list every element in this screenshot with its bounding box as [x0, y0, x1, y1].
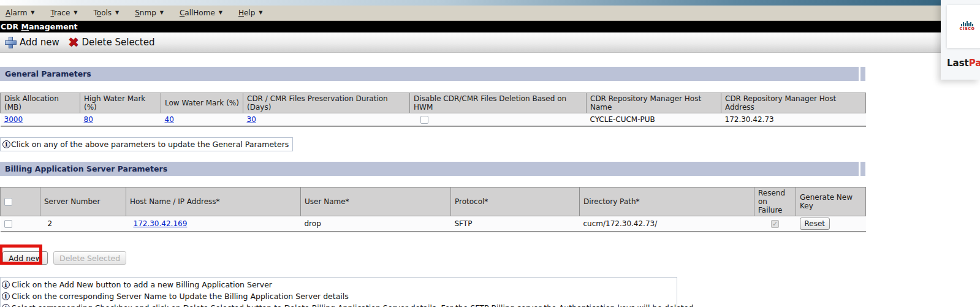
- billing-table-header-row: Server Number Host Name / IP Address* Us…: [1, 187, 866, 216]
- note-text: Click on the Add New button to add a new…: [12, 279, 272, 290]
- menu-help-label: Help: [238, 9, 255, 17]
- general-info-text: Click on any of the above parameters to …: [11, 140, 289, 149]
- high-water-mark-link[interactable]: 80: [84, 115, 93, 124]
- repo-host-address-value: 172.30.42.73: [721, 113, 866, 126]
- toolbar: Add new ✖ Delete Selected: [0, 32, 980, 53]
- col-generate-new-key: Generate New Key: [796, 187, 866, 216]
- content-area: General Parameters Disk Allocation (MB) …: [0, 67, 980, 307]
- chevron-down-icon: ▼: [115, 10, 119, 15]
- select-all-checkbox[interactable]: [4, 198, 12, 206]
- col-disk-allocation: Disk Allocation (MB): [1, 93, 80, 113]
- menu-bar: Alarm ▼ Trace ▼ Tools ▼ Snmp ▼ CallHome …: [0, 6, 980, 21]
- col-directory-path: Directory Path*: [580, 187, 754, 216]
- info-icon: i: [2, 304, 10, 307]
- toolbar-add-new-label: Add new: [20, 37, 59, 48]
- toolbar-add-new-button[interactable]: Add new: [5, 37, 59, 48]
- col-select-all: [1, 187, 40, 216]
- resend-on-failure-checkbox: ✓: [771, 220, 779, 228]
- menu-tools[interactable]: Tools ▼: [94, 9, 120, 17]
- note-add-new: i Click on the Add New button to add a n…: [2, 279, 674, 290]
- lastpass-brand-right: Pass: [969, 58, 980, 69]
- menu-tools-label: Tools: [94, 9, 112, 17]
- menu-callhome[interactable]: CallHome ▼: [180, 9, 222, 17]
- info-icon: i: [2, 292, 10, 300]
- menu-trace-label: Trace: [50, 9, 70, 17]
- page-title-bar: CDR Management: [0, 21, 980, 32]
- info-icon: i: [2, 140, 10, 148]
- menu-help[interactable]: Help ▼: [238, 9, 263, 17]
- col-user-name: User Name*: [301, 187, 451, 216]
- add-new-button[interactable]: Add new: [2, 251, 48, 265]
- toolbar-delete-selected-button[interactable]: ✖ Delete Selected: [68, 37, 155, 48]
- billing-table-row: 2 172.30.42.169 drop SFTP cucm/172.30.42…: [1, 216, 866, 232]
- menu-alarm-label: Alarm: [6, 9, 27, 17]
- window-title-gradient-strip: [0, 0, 980, 6]
- low-water-mark-link[interactable]: 40: [165, 115, 174, 124]
- disable-deletion-checkbox[interactable]: [420, 116, 428, 124]
- billing-section-header: Billing Application Server Parameters: [0, 162, 865, 176]
- billing-section-title: Billing Application Server Parameters: [0, 162, 859, 176]
- col-disable-deletion: Disable CDR/CMR Files Deletion Based on …: [410, 93, 587, 113]
- reset-button[interactable]: Reset: [800, 218, 830, 230]
- col-repo-host-name: CDR Repository Manager Host Name: [587, 93, 721, 113]
- cisco-logo-icon: cisco: [958, 21, 976, 31]
- site-icon-card: cisco: [947, 5, 980, 48]
- chevron-down-icon: ▼: [219, 10, 222, 15]
- menu-alarm[interactable]: Alarm ▼: [6, 9, 34, 17]
- col-repo-host-address: CDR Repository Manager Host Address: [721, 93, 866, 113]
- note-delete-selected: i Select corresponding Checkbox and clic…: [2, 302, 674, 307]
- general-parameters-title: General Parameters: [0, 67, 859, 81]
- cisco-wordmark: cisco: [958, 26, 976, 31]
- toolbar-delete-selected-label: Delete Selected: [82, 37, 154, 48]
- billing-buttons-row: Add new Delete Selected: [0, 248, 980, 268]
- col-host-name-ip: Host Name / IP Address*: [126, 187, 301, 216]
- general-table-row: 3000 80 40 30 CYCLE-CUCM-PUB 172.30.42.7…: [1, 113, 866, 126]
- chevron-down-icon: ▼: [74, 10, 77, 15]
- menu-trace[interactable]: Trace ▼: [50, 9, 77, 17]
- general-parameters-table: Disk Allocation (MB) High Water Mark (%)…: [0, 93, 866, 127]
- note-server-name: i Click on the corresponding Server Name…: [2, 290, 674, 302]
- server-host-link[interactable]: 172.30.42.169: [134, 219, 188, 228]
- col-low-water-mark: Low Water Mark (%): [161, 93, 243, 113]
- server-number-value: 2: [40, 216, 126, 232]
- menu-snmp[interactable]: Snmp ▼: [135, 9, 164, 17]
- note-text: Click on the corresponding Server Name t…: [12, 290, 349, 302]
- info-icon: i: [2, 281, 10, 289]
- general-info-box: i Click on any of the above parameters t…: [0, 137, 293, 151]
- billing-table: Server Number Host Name / IP Address* Us…: [0, 187, 866, 232]
- repo-host-name-value: CYCLE-CUCM-PUB: [587, 113, 721, 126]
- chevron-down-icon: ▼: [259, 10, 262, 15]
- lastpass-brand: LastPass: [947, 58, 980, 69]
- lastpass-popup-panel: cisco LastPass: [941, 0, 980, 80]
- protocol-value: SFTP: [451, 216, 580, 232]
- col-preservation-duration: CDR / CMR Files Preservation Duration (D…: [243, 93, 410, 113]
- lastpass-brand-left: Last: [947, 58, 969, 69]
- note-text: Select corresponding Checkbox and click …: [12, 302, 696, 307]
- section-bar-end-cap: [860, 67, 865, 81]
- plus-icon: [5, 37, 17, 48]
- chevron-down-icon: ▼: [31, 10, 34, 15]
- general-parameters-section-header: General Parameters: [0, 67, 865, 81]
- general-table-header-row: Disk Allocation (MB) High Water Mark (%)…: [1, 93, 866, 113]
- menu-snmp-label: Snmp: [135, 9, 156, 17]
- col-resend-on-failure: Resend on Failure: [754, 187, 796, 216]
- billing-notes-box: i Click on the Add New button to add a n…: [0, 277, 677, 307]
- row-select-checkbox[interactable]: [4, 220, 12, 228]
- delete-selected-button[interactable]: Delete Selected: [53, 251, 126, 265]
- section-bar-end-cap: [860, 162, 865, 176]
- chevron-down-icon: ▼: [160, 10, 164, 15]
- col-protocol: Protocol*: [451, 187, 580, 216]
- delete-x-icon: ✖: [68, 37, 79, 48]
- menu-callhome-label: CallHome: [180, 9, 215, 17]
- directory-path-value: cucm/172.30.42.73/: [580, 216, 754, 232]
- page-title: CDR Management: [1, 22, 78, 31]
- user-name-value: drop: [301, 216, 451, 232]
- disk-allocation-link[interactable]: 3000: [4, 115, 23, 124]
- col-server-number: Server Number: [40, 187, 126, 216]
- col-high-water-mark: High Water Mark (%): [80, 93, 161, 113]
- preservation-duration-link[interactable]: 30: [247, 115, 256, 124]
